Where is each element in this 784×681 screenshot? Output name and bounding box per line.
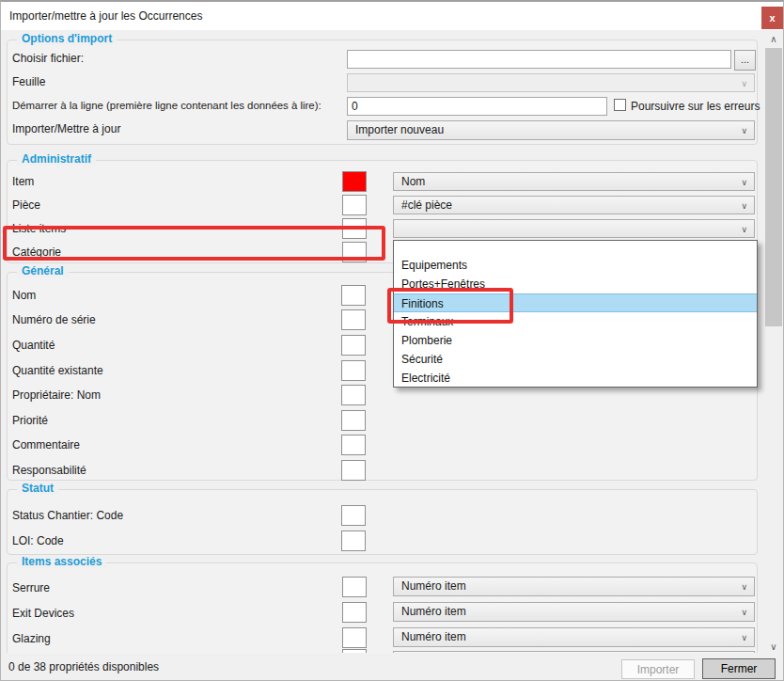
- window-title: Importer/mettre à jour les Occurrences: [9, 9, 202, 23]
- responsabilite-color-swatch[interactable]: [341, 460, 366, 481]
- group-title-administratif: Administratif: [17, 152, 96, 166]
- nom-color-swatch[interactable]: [341, 285, 366, 306]
- chevron-down-icon: ∨: [741, 578, 747, 596]
- label-quantite: Quantité: [12, 339, 55, 352]
- label-item: Item: [12, 175, 34, 188]
- label-liste-items: Liste items: [12, 222, 66, 235]
- quantite-existante-color-swatch[interactable]: [341, 360, 366, 381]
- dropdown-item-blank[interactable]: [394, 241, 757, 256]
- group-title-options: Options d'import: [17, 32, 117, 45]
- label-choisir-fichier: Choisir fichier:: [12, 52, 84, 65]
- label-importer-mettre-a-jour: Importer/Mettre à jour: [12, 122, 120, 135]
- dropdown-item-equipements[interactable]: Equipements: [394, 256, 757, 275]
- chevron-down-icon: ∨: [741, 121, 747, 140]
- start-line-input[interactable]: 0: [347, 97, 607, 116]
- liste-items-color-swatch[interactable]: [342, 218, 367, 239]
- piece-mapping-select[interactable]: #clé pièce ∨: [393, 196, 755, 214]
- chevron-down-icon: ∨: [741, 603, 747, 622]
- label-categorie: Catégorie: [12, 245, 61, 259]
- priorite-color-swatch[interactable]: [341, 410, 366, 431]
- label-quantite-existante: Quantité existante: [12, 364, 103, 377]
- quantite-color-swatch[interactable]: [341, 335, 366, 356]
- chevron-down-icon: ∨: [741, 197, 747, 214]
- chevron-down-icon: ∨: [741, 74, 747, 92]
- dropdown-item-electricite[interactable]: Electricité: [394, 369, 757, 388]
- file-path-input[interactable]: [347, 50, 731, 69]
- scrollbar-thumb[interactable]: [765, 48, 782, 326]
- serrure-mapping-select[interactable]: Numéro item ∨: [393, 577, 755, 596]
- numero-serie-color-swatch[interactable]: [341, 309, 366, 330]
- commentaire-color-swatch[interactable]: [341, 435, 366, 455]
- categorie-dropdown-list: Equipements Portes+Fenêtres Finitions Te…: [393, 240, 758, 388]
- chevron-down-icon: ∨: [741, 173, 747, 191]
- dropdown-item-portes-fenetres[interactable]: Portes+Fenêtres: [394, 275, 757, 293]
- item-color-swatch[interactable]: [342, 171, 367, 192]
- label-nom: Nom: [12, 289, 36, 302]
- loi-code-color-swatch[interactable]: [341, 531, 366, 551]
- label-feuille: Feuille: [12, 75, 45, 88]
- browse-button[interactable]: ...: [734, 50, 756, 71]
- label-piece: Pièce: [12, 198, 40, 212]
- chevron-down-icon: ∨: [741, 220, 747, 238]
- dropdown-item-plomberie[interactable]: Plomberie: [394, 331, 757, 350]
- label-commentaire: Commentaire: [12, 438, 80, 451]
- label-glazing: Glazing: [12, 632, 51, 645]
- glazing-mapping-select[interactable]: Numéro item ∨: [393, 627, 755, 647]
- label-loi-code: LOI: Code: [12, 534, 64, 547]
- label-demarrer-ligne: Démarrer à la ligne (première ligne cont…: [12, 100, 321, 111]
- close-icon[interactable]: x: [761, 7, 783, 29]
- label-numero-serie: Numéro de série: [12, 313, 96, 326]
- sheet-select[interactable]: ∨: [347, 73, 755, 92]
- exit-devices-mapping-select[interactable]: Numéro item ∨: [393, 602, 755, 622]
- liste-items-mapping-select[interactable]: ∨: [393, 219, 755, 238]
- label-status-chantier-code: Status Chantier: Code: [12, 509, 123, 522]
- group-title-statut: Statut: [17, 482, 58, 495]
- label-responsabilite: Responsabilité: [12, 464, 86, 477]
- scroll-up-icon[interactable]: ∧: [765, 31, 782, 47]
- import-mode-select[interactable]: Importer nouveau ∨: [347, 120, 755, 140]
- proprietaire-color-swatch[interactable]: [341, 385, 366, 405]
- piece-color-swatch[interactable]: [342, 195, 367, 215]
- categorie-color-swatch[interactable]: [342, 242, 367, 262]
- label-exit-devices: Exit Devices: [12, 607, 74, 620]
- importer-button[interactable]: Importer: [621, 659, 695, 679]
- title-bar: Importer/mettre à jour les Occurrences: [1, 2, 783, 30]
- label-serrure: Serrure: [12, 581, 50, 594]
- dropdown-item-finitions[interactable]: Finitions: [394, 293, 757, 312]
- dropdown-item-securite[interactable]: Sécurité: [394, 350, 757, 369]
- label-priorite: Priorité: [12, 414, 48, 427]
- group-title-general: Général: [17, 264, 69, 277]
- continue-on-errors-checkbox[interactable]: [614, 99, 626, 111]
- label-proprietaire-nom: Propriétaire: Nom: [12, 388, 101, 402]
- chevron-down-icon: ∨: [741, 628, 747, 647]
- group-statut: Statut: [7, 489, 758, 555]
- dropdown-item-terminaux[interactable]: Terminaux: [394, 312, 757, 331]
- glazing-color-swatch[interactable]: [342, 627, 367, 648]
- group-title-items-associes: Items associés: [17, 555, 106, 568]
- serrure-color-swatch[interactable]: [342, 577, 367, 597]
- vertical-scrollbar[interactable]: ∧ ∨: [765, 31, 782, 655]
- status-chantier-color-swatch[interactable]: [341, 505, 366, 526]
- label-poursuivre-erreurs: Poursuivre sur les erreurs: [631, 100, 760, 113]
- fermer-button[interactable]: Fermer: [702, 658, 776, 679]
- dialog-window: Importer/mettre à jour les Occurrences x…: [0, 0, 784, 681]
- exit-devices-color-swatch[interactable]: [342, 602, 367, 623]
- properties-status-text: 0 de 38 propriétés disponibles: [8, 660, 159, 673]
- item-mapping-select[interactable]: Nom ∨: [393, 172, 755, 191]
